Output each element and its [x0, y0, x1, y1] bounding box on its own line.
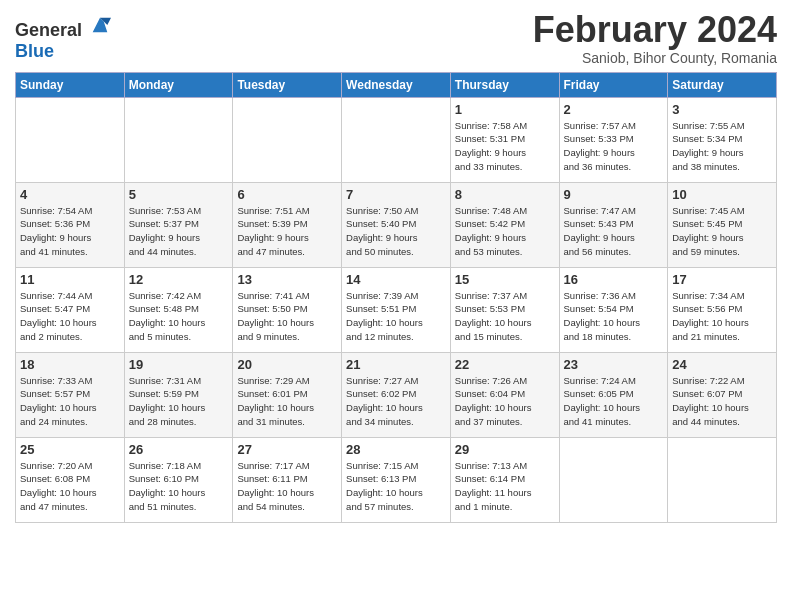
- calendar-table: SundayMondayTuesdayWednesdayThursdayFrid…: [15, 72, 777, 523]
- calendar-body: 1Sunrise: 7:58 AM Sunset: 5:31 PM Daylig…: [16, 97, 777, 522]
- calendar-cell: 15Sunrise: 7:37 AM Sunset: 5:53 PM Dayli…: [450, 267, 559, 352]
- day-number: 23: [564, 357, 664, 372]
- day-info: Sunrise: 7:26 AM Sunset: 6:04 PM Dayligh…: [455, 374, 555, 429]
- day-number: 27: [237, 442, 337, 457]
- day-number: 10: [672, 187, 772, 202]
- calendar-cell: [342, 97, 451, 182]
- day-number: 20: [237, 357, 337, 372]
- calendar-cell: [559, 437, 668, 522]
- calendar-cell: 21Sunrise: 7:27 AM Sunset: 6:02 PM Dayli…: [342, 352, 451, 437]
- calendar-cell: 2Sunrise: 7:57 AM Sunset: 5:33 PM Daylig…: [559, 97, 668, 182]
- header-saturday: Saturday: [668, 72, 777, 97]
- calendar-cell: 5Sunrise: 7:53 AM Sunset: 5:37 PM Daylig…: [124, 182, 233, 267]
- calendar-cell: 3Sunrise: 7:55 AM Sunset: 5:34 PM Daylig…: [668, 97, 777, 182]
- header-tuesday: Tuesday: [233, 72, 342, 97]
- title-block: February 2024 Saniob, Bihor County, Roma…: [533, 10, 777, 66]
- day-number: 14: [346, 272, 446, 287]
- day-info: Sunrise: 7:31 AM Sunset: 5:59 PM Dayligh…: [129, 374, 229, 429]
- calendar-cell: 24Sunrise: 7:22 AM Sunset: 6:07 PM Dayli…: [668, 352, 777, 437]
- day-info: Sunrise: 7:27 AM Sunset: 6:02 PM Dayligh…: [346, 374, 446, 429]
- calendar-cell: [233, 97, 342, 182]
- header-row: SundayMondayTuesdayWednesdayThursdayFrid…: [16, 72, 777, 97]
- calendar-cell: 6Sunrise: 7:51 AM Sunset: 5:39 PM Daylig…: [233, 182, 342, 267]
- day-info: Sunrise: 7:36 AM Sunset: 5:54 PM Dayligh…: [564, 289, 664, 344]
- day-number: 11: [20, 272, 120, 287]
- calendar-cell: 23Sunrise: 7:24 AM Sunset: 6:05 PM Dayli…: [559, 352, 668, 437]
- day-number: 18: [20, 357, 120, 372]
- day-info: Sunrise: 7:13 AM Sunset: 6:14 PM Dayligh…: [455, 459, 555, 514]
- calendar-cell: 26Sunrise: 7:18 AM Sunset: 6:10 PM Dayli…: [124, 437, 233, 522]
- week-row-2: 4Sunrise: 7:54 AM Sunset: 5:36 PM Daylig…: [16, 182, 777, 267]
- calendar-cell: 29Sunrise: 7:13 AM Sunset: 6:14 PM Dayli…: [450, 437, 559, 522]
- logo-general: General: [15, 20, 82, 40]
- day-number: 29: [455, 442, 555, 457]
- calendar-cell: 25Sunrise: 7:20 AM Sunset: 6:08 PM Dayli…: [16, 437, 125, 522]
- day-number: 7: [346, 187, 446, 202]
- day-number: 4: [20, 187, 120, 202]
- day-info: Sunrise: 7:50 AM Sunset: 5:40 PM Dayligh…: [346, 204, 446, 259]
- calendar-cell: 8Sunrise: 7:48 AM Sunset: 5:42 PM Daylig…: [450, 182, 559, 267]
- day-info: Sunrise: 7:53 AM Sunset: 5:37 PM Dayligh…: [129, 204, 229, 259]
- day-number: 26: [129, 442, 229, 457]
- main-title: February 2024: [533, 10, 777, 50]
- day-info: Sunrise: 7:15 AM Sunset: 6:13 PM Dayligh…: [346, 459, 446, 514]
- day-info: Sunrise: 7:54 AM Sunset: 5:36 PM Dayligh…: [20, 204, 120, 259]
- day-number: 22: [455, 357, 555, 372]
- day-number: 3: [672, 102, 772, 117]
- day-info: Sunrise: 7:18 AM Sunset: 6:10 PM Dayligh…: [129, 459, 229, 514]
- day-info: Sunrise: 7:17 AM Sunset: 6:11 PM Dayligh…: [237, 459, 337, 514]
- day-info: Sunrise: 7:55 AM Sunset: 5:34 PM Dayligh…: [672, 119, 772, 174]
- day-number: 17: [672, 272, 772, 287]
- calendar-cell: 28Sunrise: 7:15 AM Sunset: 6:13 PM Dayli…: [342, 437, 451, 522]
- day-number: 9: [564, 187, 664, 202]
- day-number: 28: [346, 442, 446, 457]
- calendar-cell: 27Sunrise: 7:17 AM Sunset: 6:11 PM Dayli…: [233, 437, 342, 522]
- day-number: 25: [20, 442, 120, 457]
- logo-text: General Blue: [15, 14, 111, 62]
- page-header: General Blue February 2024 Saniob, Bihor…: [15, 10, 777, 66]
- calendar-cell: 19Sunrise: 7:31 AM Sunset: 5:59 PM Dayli…: [124, 352, 233, 437]
- week-row-5: 25Sunrise: 7:20 AM Sunset: 6:08 PM Dayli…: [16, 437, 777, 522]
- calendar-header: SundayMondayTuesdayWednesdayThursdayFrid…: [16, 72, 777, 97]
- calendar-cell: [16, 97, 125, 182]
- day-info: Sunrise: 7:42 AM Sunset: 5:48 PM Dayligh…: [129, 289, 229, 344]
- calendar-cell: 9Sunrise: 7:47 AM Sunset: 5:43 PM Daylig…: [559, 182, 668, 267]
- day-number: 5: [129, 187, 229, 202]
- day-info: Sunrise: 7:20 AM Sunset: 6:08 PM Dayligh…: [20, 459, 120, 514]
- calendar-cell: [124, 97, 233, 182]
- day-info: Sunrise: 7:48 AM Sunset: 5:42 PM Dayligh…: [455, 204, 555, 259]
- day-info: Sunrise: 7:51 AM Sunset: 5:39 PM Dayligh…: [237, 204, 337, 259]
- day-number: 21: [346, 357, 446, 372]
- day-info: Sunrise: 7:24 AM Sunset: 6:05 PM Dayligh…: [564, 374, 664, 429]
- week-row-1: 1Sunrise: 7:58 AM Sunset: 5:31 PM Daylig…: [16, 97, 777, 182]
- calendar-cell: 13Sunrise: 7:41 AM Sunset: 5:50 PM Dayli…: [233, 267, 342, 352]
- day-number: 15: [455, 272, 555, 287]
- logo-icon: [89, 14, 111, 36]
- calendar-cell: [668, 437, 777, 522]
- header-wednesday: Wednesday: [342, 72, 451, 97]
- day-number: 2: [564, 102, 664, 117]
- day-number: 12: [129, 272, 229, 287]
- calendar-cell: 4Sunrise: 7:54 AM Sunset: 5:36 PM Daylig…: [16, 182, 125, 267]
- logo-blue: Blue: [15, 41, 54, 61]
- subtitle: Saniob, Bihor County, Romania: [533, 50, 777, 66]
- calendar-cell: 17Sunrise: 7:34 AM Sunset: 5:56 PM Dayli…: [668, 267, 777, 352]
- day-info: Sunrise: 7:58 AM Sunset: 5:31 PM Dayligh…: [455, 119, 555, 174]
- calendar-cell: 12Sunrise: 7:42 AM Sunset: 5:48 PM Dayli…: [124, 267, 233, 352]
- day-info: Sunrise: 7:45 AM Sunset: 5:45 PM Dayligh…: [672, 204, 772, 259]
- day-number: 24: [672, 357, 772, 372]
- week-row-3: 11Sunrise: 7:44 AM Sunset: 5:47 PM Dayli…: [16, 267, 777, 352]
- calendar-cell: 16Sunrise: 7:36 AM Sunset: 5:54 PM Dayli…: [559, 267, 668, 352]
- day-number: 8: [455, 187, 555, 202]
- header-friday: Friday: [559, 72, 668, 97]
- day-number: 6: [237, 187, 337, 202]
- day-info: Sunrise: 7:34 AM Sunset: 5:56 PM Dayligh…: [672, 289, 772, 344]
- logo: General Blue: [15, 14, 111, 62]
- day-info: Sunrise: 7:37 AM Sunset: 5:53 PM Dayligh…: [455, 289, 555, 344]
- header-monday: Monday: [124, 72, 233, 97]
- day-number: 1: [455, 102, 555, 117]
- day-number: 19: [129, 357, 229, 372]
- day-info: Sunrise: 7:33 AM Sunset: 5:57 PM Dayligh…: [20, 374, 120, 429]
- calendar-cell: 10Sunrise: 7:45 AM Sunset: 5:45 PM Dayli…: [668, 182, 777, 267]
- calendar-cell: 1Sunrise: 7:58 AM Sunset: 5:31 PM Daylig…: [450, 97, 559, 182]
